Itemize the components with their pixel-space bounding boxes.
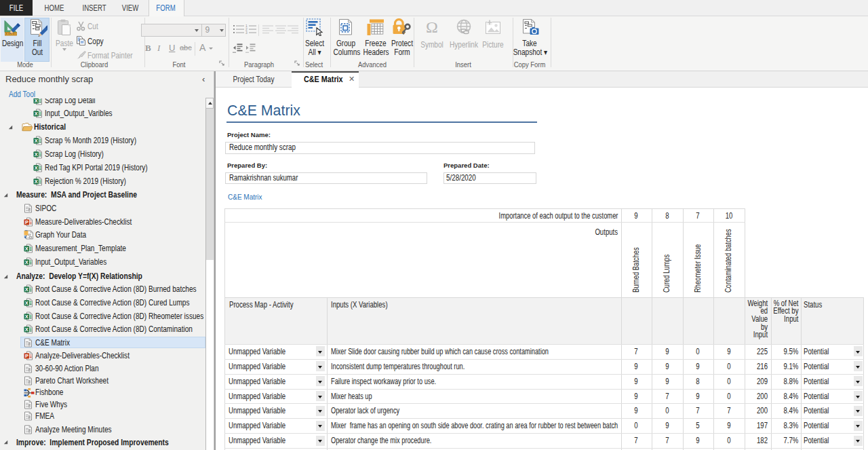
- svg-text:X: X: [34, 111, 37, 117]
- svg-text:X: X: [25, 326, 28, 333]
- svg-text:P: P: [25, 219, 28, 225]
- svg-text:X: X: [34, 151, 37, 157]
- svg-text:X: X: [25, 313, 28, 319]
- svg-text:X: X: [34, 138, 37, 144]
- svg-text:X: X: [25, 300, 28, 306]
- svg-text:X: X: [25, 259, 28, 265]
- svg-text:X: X: [34, 98, 37, 103]
- svg-text:X: X: [34, 179, 37, 185]
- svg-text:X: X: [25, 286, 28, 293]
- svg-text:X: X: [25, 246, 28, 252]
- svg-text:P: P: [25, 353, 28, 359]
- svg-text:3: 3: [245, 31, 248, 35]
- svg-text:Ω: Ω: [426, 19, 438, 36]
- svg-text:X: X: [34, 165, 37, 171]
